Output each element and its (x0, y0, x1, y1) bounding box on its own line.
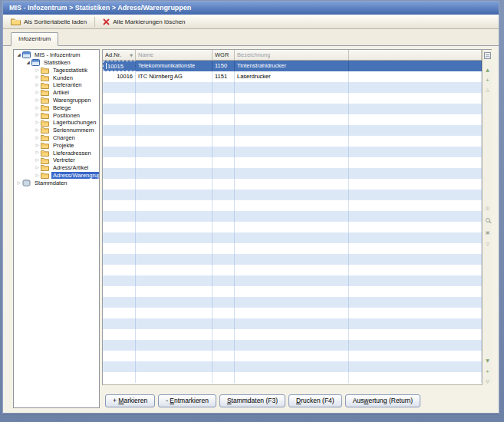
grid-cell[interactable] (212, 351, 235, 361)
jump-up-icon[interactable]: △ (483, 85, 492, 94)
grid-cell[interactable] (136, 372, 212, 383)
search-icon[interactable] (483, 216, 492, 224)
grid-cell[interactable] (235, 351, 349, 361)
grid-cell[interactable] (349, 329, 482, 340)
grid-cell[interactable] (349, 275, 482, 286)
expanded-arrow-icon[interactable]: ◢ (25, 59, 31, 67)
grid-cell[interactable] (136, 318, 212, 329)
collapsed-arrow-icon[interactable]: ▷ (34, 89, 41, 97)
grid-small-icon[interactable]: ▣ (483, 228, 492, 236)
grid-cell[interactable] (212, 222, 235, 232)
grid-cell[interactable]: 1151 (212, 71, 235, 82)
tree-item-stammdaten[interactable]: ▷Stammdaten (14, 180, 99, 187)
grid-cell[interactable] (136, 275, 212, 286)
column-header-wgr[interactable]: WGR (212, 50, 235, 60)
grid-cell[interactable]: 10015 (103, 61, 136, 71)
grid-cell[interactable] (212, 286, 235, 297)
grid-empty-row[interactable] (103, 318, 482, 329)
grid-cell[interactable] (136, 340, 212, 351)
grid-empty-row[interactable] (103, 168, 482, 179)
grid-cell[interactable] (212, 93, 235, 104)
grid-cell[interactable] (103, 211, 136, 222)
grid-cell[interactable] (136, 168, 212, 179)
grid-cell[interactable] (235, 190, 349, 200)
grid-cell[interactable] (349, 200, 482, 211)
grid-cell[interactable] (349, 361, 482, 372)
footer-button-stammdaten-f3[interactable]: Stammdaten (F3) (219, 394, 285, 407)
footer-button-auswertung-return[interactable]: Auswertung (Return) (345, 394, 420, 407)
tree-item-lieferadressen[interactable]: ▷Lieferadressen (14, 149, 99, 157)
grid-cell[interactable] (103, 136, 136, 147)
grid-cell[interactable] (349, 136, 482, 147)
tree-item-vertreter[interactable]: ▷Vertreter (14, 157, 99, 164)
tree-item-statistiken[interactable]: ◢Statistiken (14, 59, 99, 67)
grid-cell[interactable] (349, 168, 482, 179)
grid-cell[interactable] (103, 254, 136, 265)
grid-cell[interactable] (103, 329, 136, 340)
tree-item-projekte[interactable]: ▷Projekte (14, 142, 99, 150)
column-header-bezeichnung[interactable]: Bezeichnung (235, 50, 349, 60)
grid-cell[interactable] (235, 361, 349, 372)
tree-item-artikel[interactable]: ▷Artikel (14, 89, 99, 97)
tree-item-lagerbuchungen[interactable]: ▷Lagerbuchungen (14, 119, 99, 127)
grid-empty-row[interactable] (103, 190, 482, 200)
grid-cell[interactable] (103, 190, 136, 200)
grid-empty-row[interactable] (103, 157, 482, 168)
grid-cell[interactable] (349, 297, 482, 308)
grid-empty-row[interactable] (103, 136, 482, 147)
grid-cell[interactable] (136, 361, 212, 372)
grid-cell[interactable] (136, 222, 212, 232)
tree-item-lieferanten[interactable]: ▷Lieferanten (14, 81, 99, 89)
collapsed-arrow-icon[interactable]: ▷ (34, 157, 41, 164)
grid-empty-row[interactable] (103, 297, 482, 308)
grid-cell[interactable] (103, 351, 136, 361)
grid-cell[interactable] (103, 275, 136, 286)
grid-cell[interactable] (235, 265, 349, 275)
grid-cell[interactable] (212, 372, 235, 383)
grid-empty-row[interactable] (103, 254, 482, 265)
grid-cell[interactable] (136, 200, 212, 211)
grid-cell[interactable] (103, 308, 136, 318)
grid-cell[interactable] (349, 243, 482, 254)
grid-cell[interactable] (349, 147, 482, 157)
grid-empty-row[interactable] (103, 351, 482, 361)
collapsed-arrow-icon[interactable]: ▷ (34, 134, 41, 142)
grid-cell[interactable]: Telekommunikationste (136, 61, 212, 71)
grid-cell[interactable] (235, 168, 349, 179)
grid-empty-row[interactable] (103, 275, 482, 286)
grid-cell[interactable] (212, 318, 235, 329)
column-header-ad-nr[interactable]: Ad.Nr.▼ (103, 50, 136, 60)
filter-icon[interactable]: ▽ (483, 239, 492, 248)
grid-cell[interactable] (235, 275, 349, 286)
grid-cell[interactable]: Laserdrucker (235, 71, 349, 82)
grid-cell[interactable] (103, 222, 136, 232)
tree-item-kunden[interactable]: ▷Kunden (14, 74, 99, 81)
grid-cell[interactable] (103, 232, 136, 243)
grid-empty-row[interactable] (103, 114, 482, 125)
grid-cell[interactable] (136, 351, 212, 361)
grid-cell[interactable] (212, 308, 235, 318)
grid-cell[interactable] (349, 265, 482, 275)
grid-cell[interactable] (136, 125, 212, 136)
tree-item-mis-infozentrum[interactable]: ◢MIS - Infozentrum (14, 51, 99, 59)
grid-cell[interactable] (235, 222, 349, 232)
grid-cell[interactable] (235, 157, 349, 168)
grid-cell[interactable] (136, 243, 212, 254)
grid-cell[interactable] (103, 147, 136, 157)
tree-item-adress-warengruppen[interactable]: ▷Adress/Warengruppen (14, 172, 99, 180)
grid-cell[interactable]: ITC Nürnberg AG (136, 71, 212, 82)
grid-cell[interactable] (103, 179, 136, 190)
grid-cell[interactable] (103, 297, 136, 308)
grid-empty-row[interactable] (103, 211, 482, 222)
grid-cell[interactable] (235, 200, 349, 211)
grid-cell[interactable] (235, 232, 349, 243)
collapsed-arrow-icon[interactable]: ▷ (34, 111, 41, 119)
grid-cell[interactable] (212, 179, 235, 190)
tree-item-warengruppen[interactable]: ▷Warengruppen (14, 97, 99, 104)
grid-empty-row[interactable] (103, 222, 482, 232)
grid-cell[interactable] (212, 275, 235, 286)
grid-cell[interactable] (212, 232, 235, 243)
grid-cell[interactable] (235, 254, 349, 265)
grid-cell[interactable] (136, 93, 212, 104)
grid-empty-row[interactable] (103, 329, 482, 340)
